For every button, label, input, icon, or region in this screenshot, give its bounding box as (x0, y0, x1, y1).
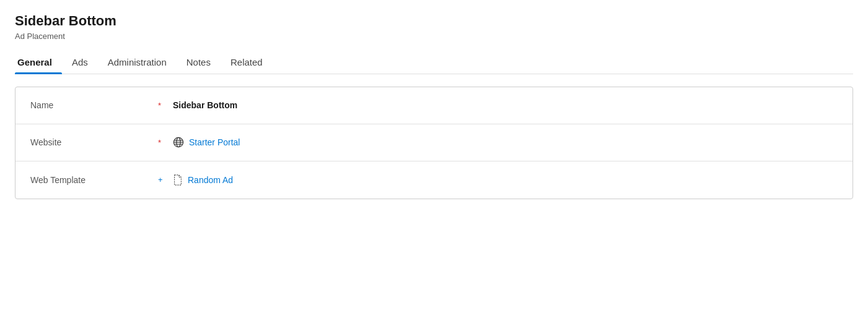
tab-administration[interactable]: Administration (98, 51, 177, 74)
field-label-name: Name (30, 100, 154, 110)
document-icon (173, 174, 183, 186)
page-subtitle: Ad Placement (15, 32, 853, 41)
tab-general[interactable]: General (15, 51, 62, 74)
field-required-website: * (158, 138, 168, 147)
tab-related[interactable]: Related (221, 51, 273, 74)
field-row-website: Website * Starter Portal (15, 124, 853, 161)
web-template-link[interactable]: Random Ad (188, 175, 233, 185)
field-required-web-template: + (158, 175, 168, 184)
field-value-web-template: Random Ad (173, 174, 233, 186)
field-value-website: Starter Portal (173, 137, 240, 148)
tab-notes[interactable]: Notes (177, 51, 221, 74)
field-row-web-template: Web Template + Random Ad (15, 161, 853, 199)
field-label-web-template: Web Template (30, 175, 154, 185)
field-label-website: Website (30, 137, 154, 147)
globe-icon (173, 137, 184, 148)
field-value-name: Sidebar Bottom (173, 100, 237, 110)
field-required-name: * (158, 101, 168, 110)
page-title: Sidebar Bottom (15, 12, 853, 30)
name-value: Sidebar Bottom (173, 100, 237, 110)
website-link[interactable]: Starter Portal (189, 137, 240, 147)
tab-ads[interactable]: Ads (62, 51, 98, 74)
field-row-name: Name * Sidebar Bottom (15, 87, 853, 124)
form-container: Name * Sidebar Bottom Website * Starter … (15, 87, 853, 199)
tab-bar: General Ads Administration Notes Related (15, 51, 853, 74)
